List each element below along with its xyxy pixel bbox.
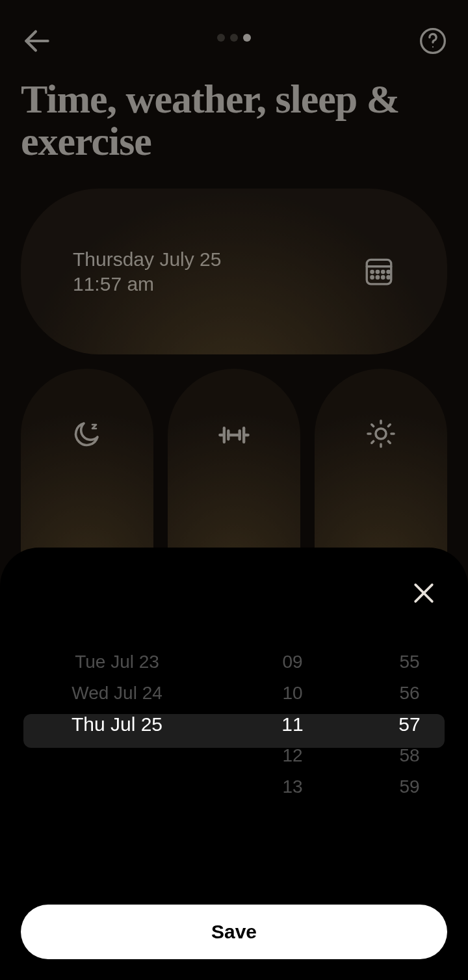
progress-dot-2 <box>230 34 238 42</box>
svg-point-12 <box>387 276 389 278</box>
picker-minute-option[interactable]: 58 <box>351 740 468 771</box>
help-button[interactable] <box>419 27 447 58</box>
dumbbell-icon <box>217 418 251 452</box>
picker-hour-column[interactable]: 09 10 11 12 13 <box>234 646 351 815</box>
picker-date-option <box>0 740 234 771</box>
picker-minute-option[interactable]: 57 <box>351 709 468 740</box>
back-button[interactable] <box>21 25 53 60</box>
svg-point-10 <box>376 276 378 278</box>
svg-line-28 <box>388 425 390 427</box>
picker-minute-option[interactable]: 56 <box>351 678 468 709</box>
svg-point-9 <box>371 276 373 278</box>
picker-date-option[interactable]: Wed Jul 24 <box>0 678 234 709</box>
weather-tile[interactable] <box>315 369 447 564</box>
picker-minute-column[interactable]: 55 56 57 58 59 <box>351 646 468 815</box>
close-button[interactable] <box>410 579 438 610</box>
calendar-icon <box>363 254 395 289</box>
svg-point-11 <box>382 276 384 278</box>
save-button[interactable]: Save <box>21 905 447 959</box>
svg-point-7 <box>382 271 384 272</box>
svg-point-20 <box>376 429 386 439</box>
svg-point-5 <box>371 271 373 272</box>
selected-time-label: 11:57 am <box>73 272 221 297</box>
picker-date-option[interactable]: Thu Jul 25 <box>0 709 234 740</box>
sun-icon <box>365 418 396 449</box>
question-circle-icon <box>419 27 447 55</box>
picker-hour-option[interactable]: 09 <box>234 646 351 678</box>
picker-minute-option[interactable]: 55 <box>351 646 468 678</box>
datetime-card[interactable]: Thursday July 25 11:57 am <box>21 189 447 354</box>
picker-hour-option[interactable]: 12 <box>234 740 351 771</box>
svg-point-2 <box>432 46 434 47</box>
svg-point-8 <box>387 271 389 272</box>
progress-dots <box>217 34 251 42</box>
progress-dot-3 <box>243 34 251 42</box>
datetime-picker: Tue Jul 23 Wed Jul 24 Thu Jul 25 09 10 1… <box>0 646 468 815</box>
picker-date-option[interactable]: Tue Jul 23 <box>0 646 234 678</box>
datetime-picker-sheet: Tue Jul 23 Wed Jul 24 Thu Jul 25 09 10 1… <box>0 548 468 980</box>
progress-dot-1 <box>217 34 225 42</box>
picker-date-option <box>0 771 234 802</box>
sleep-tile[interactable] <box>21 369 153 564</box>
page-title: Time, weather, sleep & exercise <box>0 62 468 189</box>
picker-hour-option[interactable]: 10 <box>234 678 351 709</box>
svg-line-23 <box>372 425 374 427</box>
picker-date-column[interactable]: Tue Jul 23 Wed Jul 24 Thu Jul 25 <box>0 646 234 815</box>
picker-hour-option[interactable]: 11 <box>234 709 351 740</box>
exercise-tile[interactable] <box>168 369 300 564</box>
moon-sleep-icon <box>72 418 103 449</box>
close-icon <box>410 579 438 607</box>
svg-line-27 <box>372 442 374 444</box>
selected-date-label: Thursday July 25 <box>73 247 221 272</box>
picker-hour-option[interactable]: 13 <box>234 771 351 802</box>
arrow-left-icon <box>21 25 53 57</box>
svg-line-24 <box>388 442 390 444</box>
svg-point-6 <box>376 271 378 272</box>
picker-minute-option[interactable]: 59 <box>351 771 468 802</box>
